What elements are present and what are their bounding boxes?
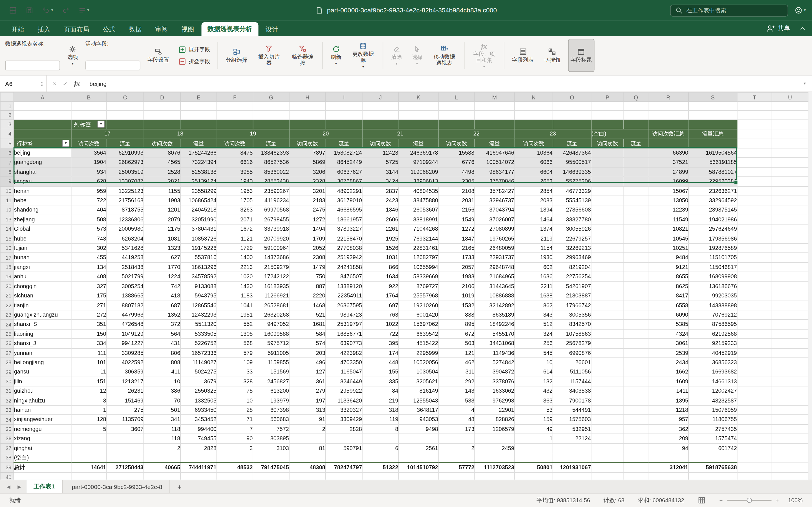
cell-L10[interactable]: 2108 [439, 186, 475, 196]
cell-R39[interactable]: 312041 [648, 463, 689, 473]
row-header-8[interactable]: 8 [0, 167, 14, 177]
cell-E35[interactable]: 994400 [181, 425, 217, 434]
cell-R12[interactable]: 12239 [648, 205, 689, 215]
cell-N8[interactable]: 6604 [515, 167, 553, 177]
cell-G2[interactable] [253, 111, 289, 120]
cell-A14[interactable]: Global [14, 224, 71, 234]
cell-S37[interactable]: 601742 [689, 443, 737, 453]
cell-Q5[interactable]: 流量 [624, 138, 648, 148]
cell-A17[interactable]: hunan [14, 253, 71, 263]
cell-A34[interactable]: xinjiangweihuer [14, 415, 71, 425]
cell-K23[interactable]: 6001420 [398, 310, 438, 320]
row-header-7[interactable]: 7 [0, 158, 14, 167]
plus-minus-buttons-button[interactable]: +/-按钮 [541, 39, 563, 72]
cell-D3[interactable] [144, 120, 181, 129]
add-sheet-button[interactable]: + [172, 483, 187, 491]
cell-K2[interactable] [398, 111, 438, 120]
cell-H17[interactable]: 2308 [289, 253, 326, 263]
cell-L27[interactable]: 121 [439, 348, 475, 358]
cell-U28[interactable] [772, 358, 808, 367]
cell-H36[interactable] [289, 434, 326, 443]
cell-C8[interactable]: 25003519 [106, 167, 144, 177]
cell-R7[interactable]: 37521 [648, 158, 689, 167]
cell-C21[interactable]: 1388665 [106, 291, 144, 300]
cell-S26[interactable]: 92159233 [689, 339, 737, 348]
cell-E40[interactable] [181, 473, 217, 480]
cell-D35[interactable]: 118 [144, 425, 181, 434]
cell-L39[interactable]: 57772 [439, 463, 475, 473]
cell-J31[interactable]: 84 [362, 386, 399, 396]
cell-L40[interactable] [439, 473, 475, 480]
cell-H28[interactable]: 496 [289, 358, 326, 367]
column-labels-filter-icon[interactable]: ▼ [97, 121, 105, 128]
cell-S30[interactable]: 14661313 [689, 377, 737, 386]
cell-S1[interactable] [689, 102, 737, 111]
cell-J8[interactable]: 3144 [362, 167, 399, 177]
cell-A15[interactable]: hubei [14, 234, 71, 243]
row-header-6[interactable]: 6 [0, 148, 14, 158]
row-header-35[interactable]: 35 [0, 425, 14, 434]
cell-K28[interactable]: 10520056 [398, 358, 438, 367]
cell-G10[interactable]: 23590267 [253, 186, 289, 196]
cell-R27[interactable]: 2539 [648, 348, 689, 358]
cell-S35[interactable]: 2757435 [689, 425, 737, 434]
cell-S13[interactable]: 194021986 [689, 215, 737, 224]
sheet-tab-active[interactable]: 工作表1 [26, 480, 63, 493]
cell-F20[interactable]: 1430 [217, 282, 253, 291]
cell-E27[interactable]: 16572336 [181, 348, 217, 358]
cell-P12[interactable] [591, 205, 624, 215]
cell-O6[interactable]: 426487364 [553, 148, 591, 158]
cell-N31[interactable]: 432 [515, 386, 553, 396]
cell-O35[interactable]: 532951 [553, 425, 591, 434]
cell-B23[interactable]: 272 [71, 310, 107, 320]
col-header-E[interactable]: E [181, 93, 217, 102]
cell-D38[interactable] [144, 453, 181, 463]
cell-E8[interactable]: 52538138 [181, 167, 217, 177]
cell-E26[interactable]: 5226752 [181, 339, 217, 348]
cell-L17[interactable]: 1733 [439, 253, 475, 263]
cell-A18[interactable]: jiangxi [14, 263, 71, 272]
select-button[interactable]: 选择▾ [409, 39, 425, 72]
cell-B29[interactable]: 11 [71, 367, 107, 377]
cell-T3[interactable] [737, 120, 772, 129]
cell-S20[interactable]: 136186676 [689, 282, 737, 291]
cell-A16[interactable]: fujian [14, 243, 71, 253]
cell-O29[interactable]: 5111056 [553, 367, 591, 377]
cell-F21[interactable]: 1183 [217, 291, 253, 300]
cell-I36[interactable] [325, 434, 362, 443]
cell-S33[interactable]: 15076959 [689, 405, 737, 415]
cell-M30[interactable]: 3378076 [474, 377, 514, 386]
cell-R33[interactable]: 1218 [648, 405, 689, 415]
cell-P34[interactable] [591, 415, 624, 425]
cell-Q33[interactable] [624, 405, 648, 415]
cell-Q24[interactable] [624, 320, 648, 329]
cell-G9[interactable]: 28552438 [253, 177, 289, 186]
cell-S8[interactable]: 587881027 [689, 167, 737, 177]
cell-P29[interactable] [591, 367, 624, 377]
cell-B8[interactable]: 934 [71, 167, 107, 177]
cell-S28[interactable]: 36856323 [689, 358, 737, 367]
cell-P15[interactable] [591, 234, 624, 243]
cell-U33[interactable] [772, 405, 808, 415]
cell-C35[interactable]: 3607 [106, 425, 144, 434]
cell-B2[interactable] [71, 111, 107, 120]
cell-F13[interactable]: 2071 [217, 215, 253, 224]
cell-L2[interactable] [439, 111, 475, 120]
cell-U40[interactable] [772, 473, 808, 480]
cell-B31[interactable]: 12 [71, 386, 107, 396]
row-header-11[interactable]: 11 [0, 196, 14, 205]
cell-F5[interactable]: 访问次数 [217, 138, 253, 148]
cell-O39[interactable]: 1201931067 [553, 463, 591, 473]
cell-N23[interactable]: 343 [515, 310, 553, 320]
cell-K13[interactable]: 33818991 [398, 215, 438, 224]
cell-C38[interactable] [106, 453, 144, 463]
cell-G32[interactable]: 193979 [253, 396, 289, 405]
cell-O8[interactable]: 146639335 [553, 167, 591, 177]
cell-J23[interactable]: 763 [362, 310, 399, 320]
cell-L4[interactable]: 22 [439, 129, 515, 139]
cell-H4[interactable]: 20 [289, 129, 362, 139]
cell-J32[interactable]: 219 [362, 396, 399, 405]
cell-S21[interactable]: 99203035 [689, 291, 737, 300]
sheet-nav-prev-icon[interactable]: ◀ [4, 484, 13, 489]
cell-H18[interactable]: 1479 [289, 263, 326, 272]
